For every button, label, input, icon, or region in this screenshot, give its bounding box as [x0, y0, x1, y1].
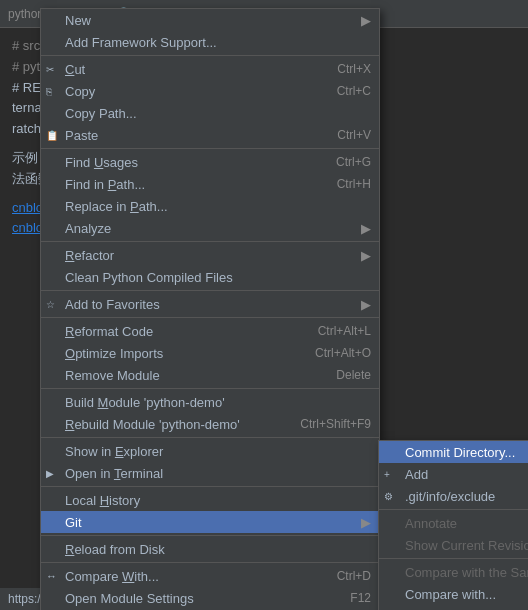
- menu-item-open-module-settings[interactable]: Open Module Settings F12: [41, 587, 379, 609]
- context-menu: New ▶ Add Framework Support... ✂ Cut Ctr…: [40, 8, 380, 610]
- separator-5: [41, 317, 379, 318]
- terminal-icon: ▶: [46, 468, 54, 479]
- separator-4: [41, 290, 379, 291]
- separator-1: [41, 55, 379, 56]
- menu-item-rebuild-module[interactable]: Rebuild Module 'python-demo' Ctrl+Shift+…: [41, 413, 379, 435]
- submenu-separator-1: [379, 509, 528, 510]
- menu-item-analyze[interactable]: Analyze ▶: [41, 217, 379, 239]
- menu-item-cut[interactable]: ✂ Cut Ctrl+X: [41, 58, 379, 80]
- refactor-arrow: ▶: [361, 248, 371, 263]
- copy-icon: ⎘: [46, 86, 52, 97]
- gitinfo-icon: ⚙: [384, 491, 393, 502]
- menu-item-build-module[interactable]: Build Module 'python-demo': [41, 391, 379, 413]
- menu-item-new[interactable]: New ▶: [41, 9, 379, 31]
- submenu-separator-2: [379, 558, 528, 559]
- menu-item-replace-in-path[interactable]: Replace in Path...: [41, 195, 379, 217]
- separator-8: [41, 486, 379, 487]
- submenu-item-add[interactable]: + Add: [379, 463, 528, 485]
- menu-item-git[interactable]: Git ▶: [41, 511, 379, 533]
- menu-item-local-history[interactable]: Local History: [41, 489, 379, 511]
- submenu-item-commit-directory[interactable]: Commit Directory...: [379, 441, 528, 463]
- menu-item-find-in-path[interactable]: Find in Path... Ctrl+H: [41, 173, 379, 195]
- compare-icon: ↔: [46, 570, 57, 582]
- submenu-item-show-current-revision[interactable]: Show Current Revision: [379, 534, 528, 556]
- menu-item-clean-python[interactable]: Clean Python Compiled Files: [41, 266, 379, 288]
- paste-icon: 📋: [46, 130, 58, 141]
- menu-item-refactor[interactable]: Refactor ▶: [41, 244, 379, 266]
- menu-item-copy-path[interactable]: Copy Path...: [41, 102, 379, 124]
- submenu-item-compare-with[interactable]: Compare with...: [379, 583, 528, 605]
- separator-10: [41, 562, 379, 563]
- menu-item-reload-from-disk[interactable]: Reload from Disk: [41, 538, 379, 560]
- menu-item-open-in-terminal[interactable]: ▶ Open in Terminal: [41, 462, 379, 484]
- menu-item-add-to-favorites[interactable]: ☆ Add to Favorites ▶: [41, 293, 379, 315]
- submenu-item-annotate[interactable]: Annotate: [379, 512, 528, 534]
- add-icon: +: [384, 469, 390, 480]
- git-arrow: ▶: [361, 515, 371, 530]
- menu-item-reformat-code[interactable]: Reformat Code Ctrl+Alt+L: [41, 320, 379, 342]
- submenu-item-compare-with-branch[interactable]: Compare with Branch...: [379, 605, 528, 610]
- menu-item-show-in-explorer[interactable]: Show in Explorer: [41, 440, 379, 462]
- menu-item-add-framework[interactable]: Add Framework Support...: [41, 31, 379, 53]
- menu-item-copy[interactable]: ⎘ Copy Ctrl+C: [41, 80, 379, 102]
- separator-7: [41, 437, 379, 438]
- analyze-arrow: ▶: [361, 221, 371, 236]
- menu-item-compare-with[interactable]: ↔ Compare With... Ctrl+D: [41, 565, 379, 587]
- menu-item-paste[interactable]: 📋 Paste Ctrl+V: [41, 124, 379, 146]
- cut-icon: ✂: [46, 64, 54, 75]
- menu-item-remove-module[interactable]: Remove Module Delete: [41, 364, 379, 386]
- separator-3: [41, 241, 379, 242]
- separator-6: [41, 388, 379, 389]
- menu-item-optimize-imports[interactable]: Optimize Imports Ctrl+Alt+O: [41, 342, 379, 364]
- separator-2: [41, 148, 379, 149]
- submenu-item-gitinfo-exclude[interactable]: ⚙ .git/info/exclude: [379, 485, 528, 507]
- submenu-item-compare-with-same[interactable]: Compare with the San...: [379, 561, 528, 583]
- favorites-icon: ☆: [46, 299, 55, 310]
- menu-item-find-usages[interactable]: Find Usages Ctrl+G: [41, 151, 379, 173]
- favorites-arrow: ▶: [361, 297, 371, 312]
- git-submenu: Commit Directory... + Add ⚙ .git/info/ex…: [378, 440, 528, 610]
- arrow-icon: ▶: [361, 13, 371, 28]
- separator-9: [41, 535, 379, 536]
